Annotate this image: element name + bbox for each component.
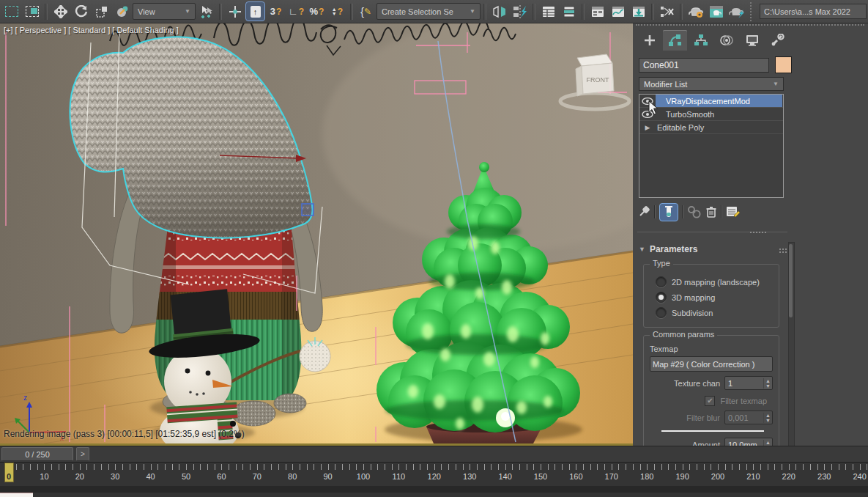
utilities-tab[interactable] <box>765 30 790 51</box>
keyboard-override-icon[interactable]: ↑ <box>245 1 265 21</box>
ruler-frame-label: 220 <box>782 472 795 481</box>
curve-editor-icon[interactable] <box>608 1 628 21</box>
toolbar-divider <box>219 4 222 20</box>
isolate-nodes-icon[interactable] <box>657 1 677 21</box>
filter-blur-label: Filter blur <box>686 413 720 422</box>
radio-button-icon[interactable] <box>656 292 667 303</box>
command-panel: Cone001 Modifier List ▼ VRayDisplacement… <box>633 23 868 447</box>
create-tab[interactable] <box>637 30 661 51</box>
chevron-down-icon: ▼ <box>185 8 190 15</box>
mapping-type-option[interactable]: 2D mapping (landscape) <box>656 276 773 287</box>
vertex-handle[interactable] <box>302 204 314 216</box>
toolbar-divider <box>582 4 585 20</box>
chevron-down-icon: ▼ <box>773 81 779 87</box>
ribbon-toggle-icon[interactable] <box>587 1 607 21</box>
percent-snap-icon[interactable]: %? <box>307 1 327 21</box>
modifier-row[interactable]: VRayDisplacementMod <box>639 95 783 108</box>
spinner-arrows-icon[interactable]: ▲▼ <box>763 413 772 423</box>
modifier-row[interactable]: ▶Editable Poly <box>639 121 783 134</box>
render-setup-icon[interactable] <box>686 1 705 21</box>
expand-arrow-icon[interactable]: ▶ <box>639 124 656 131</box>
radio-button-icon[interactable] <box>656 276 667 287</box>
project-folder-path[interactable]: C:\Users\a...s Max 2022 <box>760 4 867 19</box>
ruler-frame-label: 120 <box>428 472 441 481</box>
edit-named-selections-icon[interactable]: {✎ <box>356 1 376 21</box>
scene-explorer-icon[interactable] <box>538 1 558 21</box>
radio-button-icon[interactable] <box>656 307 667 318</box>
select-move-icon[interactable] <box>51 1 70 21</box>
panel-drag-handle[interactable] <box>636 24 864 26</box>
time-slider-row: 0 / 250 > <box>0 446 868 462</box>
select-manipulate-icon[interactable] <box>225 1 245 21</box>
filter-blur-spinner[interactable]: 0,001 ▲▼ <box>724 411 773 424</box>
select-region-icon[interactable] <box>1 1 21 21</box>
scrollbar-thumb[interactable] <box>789 244 793 317</box>
panel-scrollbar[interactable] <box>788 242 795 447</box>
window-crossing-icon[interactable] <box>22 1 42 21</box>
reference-coordinate-dropdown[interactable]: View ▼ <box>133 3 196 20</box>
modifier-stack-toolbar <box>637 202 741 221</box>
select-placement-icon[interactable] <box>112 1 132 21</box>
ruler-frame-label: 150 <box>534 472 547 481</box>
next-frame-button[interactable]: > <box>76 447 89 461</box>
filter-texmap-checkbox[interactable]: ✔ <box>705 396 715 406</box>
spinner-snap-icon[interactable]: ▲▼? <box>327 1 347 21</box>
select-scale-icon[interactable] <box>92 1 111 21</box>
perspective-viewport[interactable]: [+] [ Perspective ] [ Standard ] [ Defau… <box>0 23 633 443</box>
modifier-stack: VRayDisplacementModTurboSmooth▶Editable … <box>639 94 784 198</box>
rollout-drag-dots-icon[interactable] <box>779 248 781 250</box>
named-selection-set-dropdown[interactable]: Create Selection Se ▼ <box>376 3 481 20</box>
motion-tab[interactable] <box>714 30 738 51</box>
pin-stack-icon[interactable] <box>637 205 650 218</box>
mirror-icon[interactable] <box>489 1 509 21</box>
maxscript-mini-listener[interactable] <box>0 493 33 497</box>
rendered-frame-icon[interactable] <box>706 1 726 21</box>
ruler-frame-label: 20 <box>75 472 84 481</box>
viewport-label[interactable]: [+] [ Perspective ] [ Standard ] [ Defau… <box>4 26 179 34</box>
angle-snap-icon[interactable]: ∟? <box>286 1 306 21</box>
toolbar-divider <box>483 4 486 20</box>
object-color-swatch[interactable] <box>775 56 792 73</box>
spinner-arrows-icon[interactable]: ▲▼ <box>763 378 772 389</box>
toolbar-divider <box>533 4 535 20</box>
reference-coordinate-value: View <box>138 7 155 16</box>
mapping-type-option[interactable]: Subdivision <box>656 307 773 318</box>
modifier-row-label: VRayDisplacementMod <box>656 95 782 107</box>
snap-3d-icon[interactable]: 3? <box>266 1 286 21</box>
modifier-list-dropdown[interactable]: Modifier List ▼ <box>639 77 784 91</box>
mapping-type-option[interactable]: 3D mapping <box>656 292 773 303</box>
frame-readout[interactable]: 0 / 250 <box>1 447 73 461</box>
display-tab[interactable] <box>740 30 764 51</box>
show-end-result-icon[interactable] <box>659 203 678 221</box>
rollout-title: Parameters <box>650 244 775 254</box>
texture-channel-label: Texture chan <box>674 379 720 388</box>
ruler-frame-label: 180 <box>640 472 653 481</box>
ruler-frame-label: 160 <box>569 472 582 481</box>
schematic-view-icon[interactable] <box>628 1 648 21</box>
ruler-frame-label: 110 <box>393 472 406 481</box>
render-production-icon[interactable] <box>727 1 746 21</box>
ruler-frame-label: 50 <box>182 472 190 481</box>
parameters-rollout-header[interactable]: ▼ Parameters <box>633 242 790 257</box>
select-rotate-icon[interactable] <box>71 1 91 21</box>
hierarchy-tab[interactable] <box>689 30 713 51</box>
configure-modifier-sets-icon[interactable] <box>726 205 741 218</box>
filter-texmap-label: Filter texmap <box>720 397 767 405</box>
select-and-place-icon[interactable] <box>196 1 216 21</box>
viewcube-front-label: FRONT <box>587 76 609 84</box>
viewport-scene[interactable]: FRONT z x <box>0 23 633 443</box>
modifier-row[interactable]: TurboSmooth <box>639 108 783 121</box>
layer-manager-icon[interactable] <box>559 1 579 21</box>
texmap-button[interactable]: Map #29 ( Color Correction ) <box>650 356 773 372</box>
modify-tab[interactable] <box>663 30 687 51</box>
ruler-frame-label: 80 <box>288 472 297 481</box>
object-name-field[interactable]: Cone001 <box>639 58 769 73</box>
toolbar-dotted-divider <box>750 2 752 21</box>
track-bar-ruler[interactable]: 0102030405060708090100110120130140150160… <box>0 462 868 487</box>
make-unique-icon[interactable] <box>687 205 702 218</box>
ruler-frame-label: 200 <box>711 472 724 481</box>
align-icon[interactable] <box>510 1 530 21</box>
texture-channel-spinner[interactable]: 1 ▲▼ <box>724 376 773 390</box>
rollout-splitter[interactable] <box>633 229 868 236</box>
remove-modifier-icon[interactable] <box>705 205 717 218</box>
